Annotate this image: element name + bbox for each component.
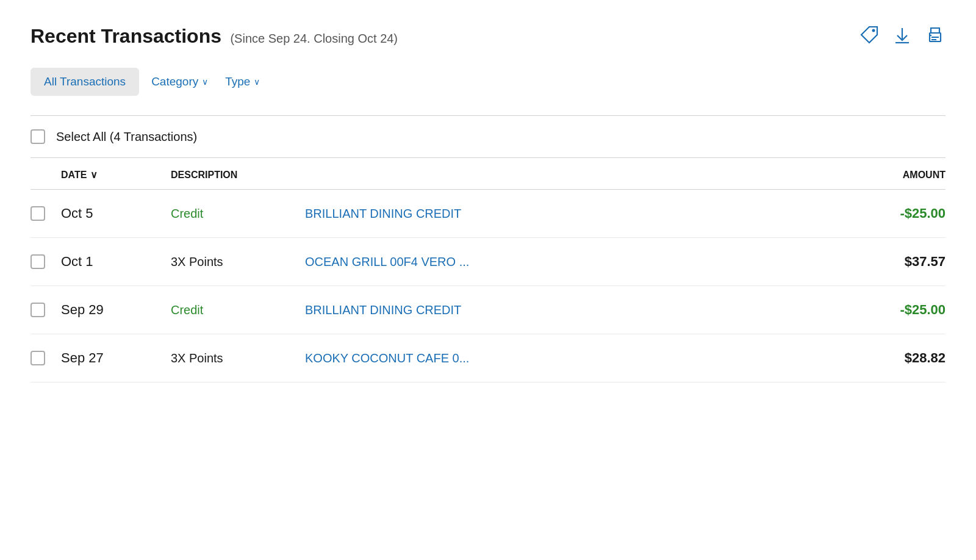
tx-description[interactable]: BRILLIANT DINING CREDIT	[305, 207, 811, 221]
filter-bar: All Transactions Category ∨ Type ∨	[30, 68, 946, 96]
type-chevron-icon: ∨	[254, 77, 260, 87]
print-icon[interactable]	[925, 24, 946, 48]
table-row: Sep 29 Credit BRILLIANT DINING CREDIT -$…	[30, 286, 946, 334]
tx-amount: $28.82	[811, 350, 946, 366]
row-checkbox[interactable]	[30, 303, 45, 317]
tx-description[interactable]: KOOKY COCONUT CAFE 0...	[305, 351, 811, 365]
tx-amount: $37.57	[811, 254, 946, 270]
description-column-header: DESCRIPTION	[171, 170, 811, 181]
table-row: Oct 5 Credit BRILLIANT DINING CREDIT -$2…	[30, 190, 946, 238]
row-checkbox[interactable]	[30, 206, 45, 221]
tx-date: Oct 1	[61, 254, 171, 270]
header-actions	[859, 24, 946, 48]
date-sort-icon: ∨	[90, 169, 98, 181]
amount-column-header: AMOUNT	[811, 170, 946, 181]
tx-description[interactable]: OCEAN GRILL 00F4 VERO ...	[305, 255, 811, 269]
tx-type: Credit	[171, 207, 305, 221]
type-filter-button[interactable]: Type ∨	[220, 68, 265, 96]
svg-rect-4	[931, 39, 936, 40]
svg-rect-3	[931, 37, 939, 38]
tx-date: Sep 27	[61, 350, 171, 366]
table-row: Oct 1 3X Points OCEAN GRILL 00F4 VERO ..…	[30, 238, 946, 286]
tx-date: Sep 29	[61, 302, 171, 318]
tag-icon[interactable]	[859, 24, 880, 48]
tx-type: 3X Points	[171, 255, 305, 269]
select-all-checkbox[interactable]	[30, 129, 45, 144]
page-subtitle: (Since Sep 24. Closing Oct 24)	[230, 32, 398, 45]
table-row: Sep 27 3X Points KOOKY COCONUT CAFE 0...…	[30, 334, 946, 382]
svg-point-0	[872, 29, 875, 32]
select-all-row: Select All (4 Transactions)	[30, 116, 946, 158]
transactions-list: Oct 5 Credit BRILLIANT DINING CREDIT -$2…	[30, 190, 946, 382]
row-checkbox[interactable]	[30, 254, 45, 269]
tx-amount: -$25.00	[811, 206, 946, 221]
date-column-header[interactable]: DATE ∨	[61, 169, 171, 181]
page-header: Recent Transactions (Since Sep 24. Closi…	[30, 24, 946, 48]
download-icon[interactable]	[892, 24, 913, 48]
row-checkbox[interactable]	[30, 351, 45, 365]
tx-description[interactable]: BRILLIANT DINING CREDIT	[305, 303, 811, 317]
select-all-label: Select All (4 Transactions)	[56, 130, 197, 144]
tx-amount: -$25.00	[811, 302, 946, 318]
tx-date: Oct 5	[61, 206, 171, 221]
svg-point-5	[930, 35, 931, 36]
tx-type: 3X Points	[171, 351, 305, 365]
category-chevron-icon: ∨	[202, 77, 208, 87]
all-transactions-button[interactable]: All Transactions	[30, 68, 139, 96]
page-title: Recent Transactions	[30, 25, 221, 47]
tx-type: Credit	[171, 303, 305, 317]
header-title-group: Recent Transactions (Since Sep 24. Closi…	[30, 25, 398, 48]
category-filter-button[interactable]: Category ∨	[146, 68, 213, 96]
table-header: DATE ∨ DESCRIPTION AMOUNT	[30, 158, 946, 190]
